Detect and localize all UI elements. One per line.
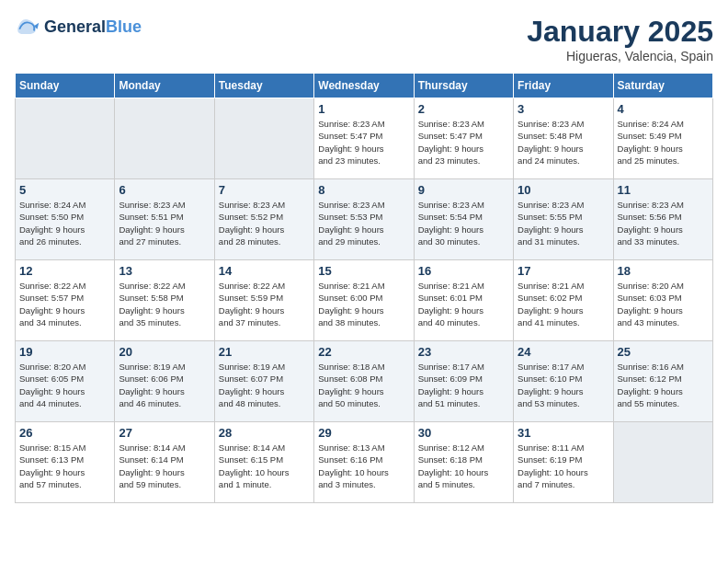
calendar-cell: 7Sunrise: 8:23 AM Sunset: 5:52 PM Daylig… [214,179,313,260]
day-number: 29 [318,426,409,440]
header-day-monday: Monday [115,74,214,98]
calendar-cell: 11Sunrise: 8:23 AM Sunset: 5:56 PM Dayli… [613,179,712,260]
calendar-cell: 6Sunrise: 8:23 AM Sunset: 5:51 PM Daylig… [115,179,214,260]
calendar-table: SundayMondayTuesdayWednesdayThursdayFrid… [15,73,713,503]
calendar-week-row: 26Sunrise: 8:15 AM Sunset: 6:13 PM Dayli… [16,422,713,503]
day-number: 30 [418,426,509,440]
calendar-cell: 28Sunrise: 8:14 AM Sunset: 6:15 PM Dayli… [214,422,313,503]
day-number: 25 [618,345,709,359]
day-info: Sunrise: 8:15 AM Sunset: 6:13 PM Dayligh… [19,442,110,490]
day-info: Sunrise: 8:23 AM Sunset: 5:47 PM Dayligh… [418,118,509,167]
day-info: Sunrise: 8:20 AM Sunset: 6:05 PM Dayligh… [19,361,110,409]
day-number: 5 [19,183,110,197]
calendar-cell: 30Sunrise: 8:12 AM Sunset: 6:18 PM Dayli… [414,422,513,503]
day-info: Sunrise: 8:14 AM Sunset: 6:15 PM Dayligh… [219,442,310,490]
day-number: 12 [19,264,110,278]
header-day-wednesday: Wednesday [314,74,414,98]
header-day-thursday: Thursday [414,74,513,98]
calendar-cell: 1Sunrise: 8:23 AM Sunset: 5:47 PM Daylig… [314,98,414,179]
day-number: 21 [219,345,310,359]
day-info: Sunrise: 8:22 AM Sunset: 5:58 PM Dayligh… [119,280,210,328]
calendar-cell: 4Sunrise: 8:24 AM Sunset: 5:49 PM Daylig… [613,98,712,179]
day-info: Sunrise: 8:12 AM Sunset: 6:18 PM Dayligh… [418,442,509,490]
day-info: Sunrise: 8:21 AM Sunset: 6:02 PM Dayligh… [518,280,609,328]
day-info: Sunrise: 8:24 AM Sunset: 5:50 PM Dayligh… [19,199,110,247]
calendar-cell: 20Sunrise: 8:19 AM Sunset: 6:06 PM Dayli… [115,341,214,422]
calendar-cell [115,98,214,179]
calendar-cell: 29Sunrise: 8:13 AM Sunset: 6:16 PM Dayli… [314,422,414,503]
day-info: Sunrise: 8:23 AM Sunset: 5:55 PM Dayligh… [518,199,609,247]
calendar-cell: 31Sunrise: 8:11 AM Sunset: 6:19 PM Dayli… [514,422,613,503]
header: GeneralBlue January 2025 Higueras, Valen… [15,15,713,63]
day-info: Sunrise: 8:24 AM Sunset: 5:49 PM Dayligh… [618,118,709,167]
calendar-cell: 5Sunrise: 8:24 AM Sunset: 5:50 PM Daylig… [16,179,115,260]
day-info: Sunrise: 8:23 AM Sunset: 5:53 PM Dayligh… [318,199,409,247]
day-info: Sunrise: 8:13 AM Sunset: 6:16 PM Dayligh… [318,442,409,490]
calendar-cell: 23Sunrise: 8:17 AM Sunset: 6:09 PM Dayli… [414,341,513,422]
header-day-tuesday: Tuesday [214,74,313,98]
calendar-cell: 8Sunrise: 8:23 AM Sunset: 5:53 PM Daylig… [314,179,414,260]
day-number: 27 [119,426,210,440]
day-number: 26 [19,426,110,440]
day-number: 9 [418,183,509,197]
calendar-cell: 19Sunrise: 8:20 AM Sunset: 6:05 PM Dayli… [16,341,115,422]
day-number: 4 [618,102,709,116]
day-number: 2 [418,102,509,116]
day-number: 19 [19,345,110,359]
day-info: Sunrise: 8:16 AM Sunset: 6:12 PM Dayligh… [618,361,709,409]
calendar-cell: 18Sunrise: 8:20 AM Sunset: 6:03 PM Dayli… [613,260,712,341]
calendar-cell: 2Sunrise: 8:23 AM Sunset: 5:47 PM Daylig… [414,98,513,179]
calendar-cell: 14Sunrise: 8:22 AM Sunset: 5:59 PM Dayli… [214,260,313,341]
calendar-subtitle: Higueras, Valencia, Spain [527,49,713,63]
calendar-cell: 17Sunrise: 8:21 AM Sunset: 6:02 PM Dayli… [514,260,613,341]
day-info: Sunrise: 8:23 AM Sunset: 5:56 PM Dayligh… [618,199,709,247]
day-number: 11 [618,183,709,197]
title-area: January 2025 Higueras, Valencia, Spain [527,15,713,63]
day-number: 23 [418,345,509,359]
calendar-cell [613,422,712,503]
header-day-sunday: Sunday [16,74,115,98]
calendar-cell: 10Sunrise: 8:23 AM Sunset: 5:55 PM Dayli… [514,179,613,260]
day-info: Sunrise: 8:19 AM Sunset: 6:07 PM Dayligh… [219,361,310,409]
day-info: Sunrise: 8:21 AM Sunset: 6:00 PM Dayligh… [318,280,409,328]
logo-icon [15,15,40,40]
calendar-cell: 22Sunrise: 8:18 AM Sunset: 6:08 PM Dayli… [314,341,414,422]
day-info: Sunrise: 8:23 AM Sunset: 5:54 PM Dayligh… [418,199,509,247]
day-info: Sunrise: 8:20 AM Sunset: 6:03 PM Dayligh… [618,280,709,328]
calendar-cell: 24Sunrise: 8:17 AM Sunset: 6:10 PM Dayli… [514,341,613,422]
calendar-week-row: 1Sunrise: 8:23 AM Sunset: 5:47 PM Daylig… [16,98,713,179]
calendar-cell: 16Sunrise: 8:21 AM Sunset: 6:01 PM Dayli… [414,260,513,341]
day-number: 24 [518,345,609,359]
calendar-cell: 9Sunrise: 8:23 AM Sunset: 5:54 PM Daylig… [414,179,513,260]
calendar-week-row: 12Sunrise: 8:22 AM Sunset: 5:57 PM Dayli… [16,260,713,341]
calendar-cell: 25Sunrise: 8:16 AM Sunset: 6:12 PM Dayli… [613,341,712,422]
calendar-cell [16,98,115,179]
day-number: 6 [119,183,210,197]
day-number: 10 [518,183,609,197]
day-info: Sunrise: 8:23 AM Sunset: 5:47 PM Dayligh… [318,118,409,167]
calendar-week-row: 19Sunrise: 8:20 AM Sunset: 6:05 PM Dayli… [16,341,713,422]
day-number: 7 [219,183,310,197]
calendar-cell [214,98,313,179]
day-info: Sunrise: 8:18 AM Sunset: 6:08 PM Dayligh… [318,361,409,409]
day-info: Sunrise: 8:23 AM Sunset: 5:51 PM Dayligh… [119,199,210,247]
calendar-header-row: SundayMondayTuesdayWednesdayThursdayFrid… [16,74,713,98]
day-info: Sunrise: 8:17 AM Sunset: 6:09 PM Dayligh… [418,361,509,409]
day-number: 16 [418,264,509,278]
day-number: 3 [518,102,609,116]
day-number: 28 [219,426,310,440]
calendar-cell: 26Sunrise: 8:15 AM Sunset: 6:13 PM Dayli… [16,422,115,503]
day-info: Sunrise: 8:23 AM Sunset: 5:52 PM Dayligh… [219,199,310,247]
calendar-cell: 3Sunrise: 8:23 AM Sunset: 5:48 PM Daylig… [514,98,613,179]
calendar-title: January 2025 [527,15,713,49]
day-number: 31 [518,426,609,440]
day-number: 14 [219,264,310,278]
day-info: Sunrise: 8:17 AM Sunset: 6:10 PM Dayligh… [518,361,609,409]
day-info: Sunrise: 8:19 AM Sunset: 6:06 PM Dayligh… [119,361,210,409]
calendar-cell: 12Sunrise: 8:22 AM Sunset: 5:57 PM Dayli… [16,260,115,341]
calendar-cell: 13Sunrise: 8:22 AM Sunset: 5:58 PM Dayli… [115,260,214,341]
day-info: Sunrise: 8:22 AM Sunset: 5:59 PM Dayligh… [219,280,310,328]
day-info: Sunrise: 8:23 AM Sunset: 5:48 PM Dayligh… [518,118,609,167]
day-info: Sunrise: 8:21 AM Sunset: 6:01 PM Dayligh… [418,280,509,328]
day-number: 18 [618,264,709,278]
